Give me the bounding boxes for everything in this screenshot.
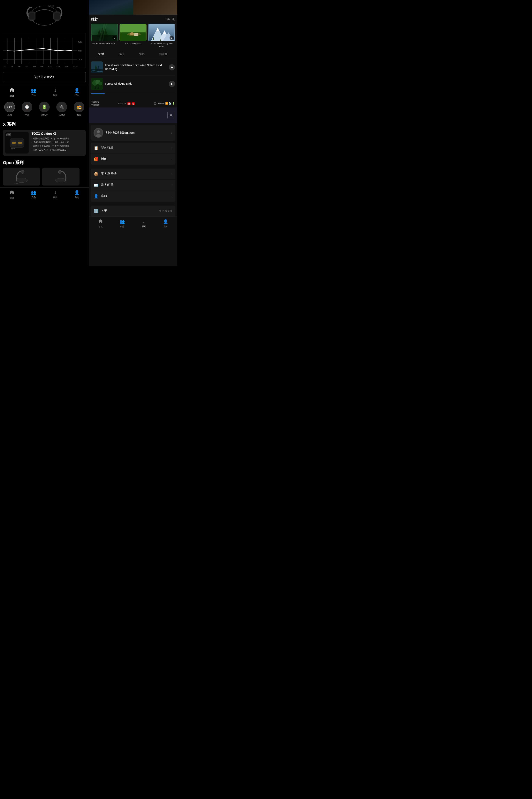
tab-sleep[interactable]: 助眠	[137, 51, 147, 57]
tab-pure-music[interactable]: 纯音乐	[157, 51, 170, 57]
track-play-btn-0[interactable]: ▶	[169, 64, 175, 70]
open-product-2[interactable]	[42, 168, 79, 185]
svg-point-46	[130, 32, 134, 35]
right-bottom-nav: 首页 👥 产品 ♩ 探索 👤 我的	[89, 217, 177, 230]
menu-support[interactable]: 👤 客服 ›	[91, 191, 175, 202]
freq-20: 20	[4, 66, 6, 68]
carrier1: 中国电信	[91, 101, 99, 104]
track-item-1[interactable]: Forest Wind And Birds ▶	[91, 76, 175, 92]
refresh-icon: ↻	[165, 18, 167, 21]
cat-watch[interactable]: ⌚ 手表	[22, 102, 32, 117]
nav-home-prod[interactable]: 首页	[1, 190, 23, 199]
product-feature-1: LDAC高清音频解码，Hi-Res金标认证	[32, 141, 83, 144]
x-series-title: X 系列	[3, 122, 86, 127]
freq-3k2: 3.2K	[57, 66, 60, 68]
feedback-chevron: ›	[171, 172, 172, 176]
badge-3d: 3D	[6, 133, 11, 137]
right-home-icon	[98, 219, 103, 224]
nav-explore[interactable]: ♩ 探索	[44, 88, 66, 97]
open-product-1[interactable]: TOZO	[3, 168, 40, 185]
right-nav-my[interactable]: 👤 我的	[155, 219, 176, 228]
snow-play-btn[interactable]: ▶	[170, 36, 174, 40]
recommend-refresh-btn[interactable]: ↻ 换一批	[165, 18, 175, 21]
about-right-text: 知乎 @奋斗	[159, 209, 172, 213]
rec-card-grass[interactable]: Lie on the grass	[119, 24, 146, 48]
tab-relax[interactable]: 放松	[116, 51, 126, 57]
right-nav-my-label: 我的	[163, 225, 168, 228]
nav-products-prod[interactable]: 👥 产品	[23, 190, 44, 199]
cat-speaker-icon: 📻	[74, 102, 84, 112]
cat-charger-label: 充电器	[58, 113, 65, 117]
cat-earphone-icon	[4, 102, 15, 112]
menu-feedback[interactable]: 📦 意见及反馈 ›	[91, 168, 175, 180]
status-bar: 中国电信 中国联通 19:04 👁 🀄 🀄 🎧 306 B/s 📶 📡 🔋	[89, 100, 177, 108]
freq-1k6: 1.6K	[48, 66, 52, 68]
svg-rect-44	[120, 24, 146, 32]
orders-label: 我的订单	[101, 146, 171, 150]
avatar-img	[95, 129, 102, 137]
rec-card-grass-label: Lie on the grass	[119, 42, 146, 45]
track-title-0: Forest With Small River Birds And Nature…	[105, 63, 167, 71]
top-banner	[89, 0, 177, 15]
cat-earphone-label: 耳机	[7, 113, 12, 117]
nav-home[interactable]: 首页	[1, 88, 23, 97]
product-card-golden-x1[interactable]: 3D V100Y TOZO Golden X1 动圈+动铁双单元，Orig	[3, 130, 86, 156]
products-icon-prod: 👥	[31, 190, 36, 195]
product-name-golden-x1: TOZO Golden X1	[32, 132, 83, 135]
tab-soothe[interactable]: 舒缓	[96, 51, 106, 57]
rec-card-img-grass	[119, 24, 146, 41]
cat-charger[interactable]: 🔌 充电器	[56, 102, 67, 117]
track-list: Forest With Small River Birds And Nature…	[89, 59, 177, 94]
freq-100: 100	[18, 66, 20, 68]
cat-speaker-label: 音箱	[77, 113, 81, 117]
menu-faq[interactable]: ✉️ 常见问题 ›	[91, 180, 175, 191]
open-earphone-1-img: TOZO	[14, 169, 30, 184]
product-feature-2: 双馈混合主动降噪，三麦ENC通话降噪	[32, 145, 83, 148]
rec-card-forest[interactable]: ▶ Forest atmosphere with...	[91, 24, 118, 48]
faq-icon: ✉️	[94, 183, 99, 187]
more-eq-button[interactable]: 选择更多音效>	[3, 72, 86, 82]
headphone-area: TOZO	[0, 0, 89, 31]
status-badge-2: 🀄	[132, 103, 135, 105]
cat-charger-icon: 🔌	[56, 102, 67, 112]
nav-my-prod[interactable]: 👤 我的	[66, 190, 88, 199]
about-icon: ℹ️	[94, 209, 99, 213]
about-row[interactable]: ℹ️ 关于 知乎 @奋斗	[91, 205, 175, 217]
svg-rect-47	[134, 33, 138, 36]
menu-activities[interactable]: 🎁 活动 ›	[91, 154, 175, 165]
faq-chevron: ›	[171, 183, 172, 187]
profile-row[interactable]: 344459231@qq.com ›	[91, 125, 175, 141]
right-nav-explore-label: 探索	[142, 225, 146, 228]
menu-gap-2	[89, 204, 177, 205]
right-nav-home[interactable]: 首页	[90, 219, 111, 228]
product-info-golden-x1: TOZO Golden X1 动圈+动铁双单元，OrigX Pro专业调音 LD…	[32, 132, 83, 153]
svg-text:V100Y: V100Y	[11, 148, 15, 149]
svg-rect-3	[29, 13, 35, 19]
cat-powerbank[interactable]: 🔋 充电宝	[39, 102, 50, 117]
track-play-btn-1[interactable]: ▶	[169, 81, 175, 87]
carrier2: 中国联通	[91, 104, 99, 106]
freq-50: 50	[11, 66, 13, 68]
freq-800: 800	[40, 66, 43, 68]
right-nav-products[interactable]: 👥 产品	[111, 219, 133, 228]
mail-button[interactable]: ✉	[167, 112, 174, 119]
menu-orders[interactable]: 📋 我的订单 ›	[91, 143, 175, 154]
cat-speaker[interactable]: 📻 音箱	[74, 102, 84, 117]
open-earphone-2-img	[53, 169, 69, 184]
faq-label: 常见问题	[101, 183, 171, 187]
carrier-info: 中国电信 中国联通	[91, 101, 99, 106]
feedback-icon: 📦	[94, 172, 99, 176]
track-thumb-0	[91, 61, 103, 73]
grass-img	[119, 24, 146, 41]
nav-explore-prod[interactable]: ♩ 探索	[44, 190, 66, 199]
nav-my[interactable]: 👤 我的	[66, 88, 88, 97]
headphone-status-icon: 🎧	[154, 102, 156, 105]
rec-card-snow[interactable]: ▶ Forest snow falling and birds	[148, 24, 175, 48]
cat-earphone[interactable]: 耳机	[4, 102, 15, 117]
nav-products[interactable]: 👥 产品	[23, 88, 44, 97]
status-right: 🎧 306 B/s 📶 📡 🔋	[154, 102, 175, 105]
right-nav-explore[interactable]: ♩ 探索	[133, 219, 155, 228]
right-products-icon: 👥	[119, 219, 125, 224]
track-item-0[interactable]: Forest With Small River Birds And Nature…	[91, 59, 175, 76]
svg-point-69	[97, 130, 100, 133]
